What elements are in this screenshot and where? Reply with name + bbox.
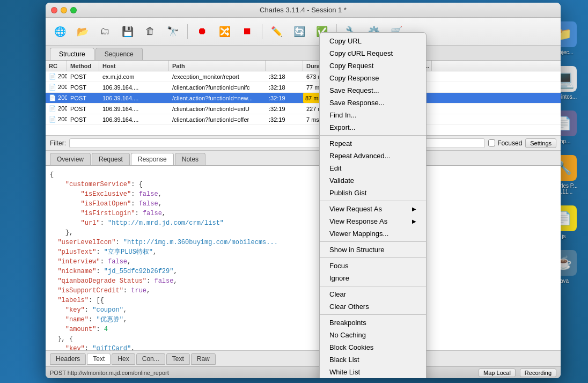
cell-path: /exception_monitor/report <box>169 71 266 82</box>
cell-host: 106.39.164.... <box>99 104 169 114</box>
menu-copy-url[interactable]: Copy URL <box>320 35 426 47</box>
toolbar: 🌐 📂 🗂 💾 🗑 🔭 ⏺ 🔀 ⏹ ✏️ 🔄 ✅ 🔧 ⚙️ 🛒 <box>46 18 561 46</box>
menu-black-list[interactable]: Black List <box>320 353 426 366</box>
menu-find-in[interactable]: Find In... <box>320 109 426 121</box>
detail-tabs: Overview Request Response Notes <box>46 151 561 166</box>
tab-structure[interactable]: Structure <box>50 48 94 60</box>
tab-notes[interactable]: Notes <box>175 153 205 165</box>
focused-label: Focused <box>497 139 522 147</box>
menu-view-response-as[interactable]: View Response As <box>320 215 426 227</box>
menu-copy-response[interactable]: Copy Response <box>320 72 426 84</box>
tab-sequence[interactable]: Sequence <box>95 48 143 60</box>
sessions-button[interactable]: 🗂 <box>95 21 115 42</box>
find-button[interactable]: 🔭 <box>163 21 183 42</box>
json-line: }, { <box>50 334 556 344</box>
menu-viewer-mappings[interactable]: Viewer Mappings... <box>320 227 426 240</box>
col-rc: RC <box>46 61 67 71</box>
tab-headers[interactable]: Headers <box>50 353 86 365</box>
menu-show-in-structure[interactable]: Show in Structure <box>320 244 426 256</box>
cell-host: ex.m.jd.com <box>99 71 169 82</box>
cell-path: /client.action?functionId=unifc <box>169 82 266 92</box>
cell-host: 106.39.164.... <box>99 82 169 92</box>
menu-save-request[interactable]: Save Request... <box>320 84 426 97</box>
cell-method: POST <box>67 71 99 82</box>
json-line: "isFloatOpen": false, <box>50 199 556 209</box>
tab-raw[interactable]: Raw <box>191 353 216 365</box>
table-row[interactable]: 📄 200 POST 106.39.164.... /client.action… <box>46 114 561 125</box>
menu-no-caching[interactable]: No Caching <box>320 329 426 341</box>
menu-edit[interactable]: Edit <box>320 162 426 174</box>
focused-checkbox[interactable] <box>488 139 495 146</box>
menu-ignore[interactable]: Ignore <box>320 272 426 284</box>
json-line: "interview": false, <box>50 257 556 267</box>
menu-white-list[interactable]: White List <box>320 366 426 378</box>
cell-path: /client.action?functionId=extU <box>169 104 266 114</box>
cell-start: :32:19 <box>266 104 303 114</box>
tab-response[interactable]: Response <box>131 153 174 165</box>
clear-button[interactable]: 🗑 <box>140 21 160 42</box>
json-line: "key": "giftCard", <box>50 344 556 350</box>
cell-start: :32:18 <box>266 71 303 82</box>
tab-text2[interactable]: Text <box>166 353 190 365</box>
json-line: "labels": [{ <box>50 296 556 305</box>
col-path: Path <box>169 61 266 71</box>
record-button[interactable]: ⏺ <box>192 21 212 42</box>
map-local-button[interactable]: Map Local <box>479 369 516 377</box>
menu-save-response[interactable]: Save Response... <box>320 97 426 109</box>
tab-overview[interactable]: Overview <box>50 153 91 165</box>
charles-window: Charles 3.11.4 - Session 1 * 🌐 📂 🗂 💾 🗑 🔭… <box>46 3 561 378</box>
recording-button[interactable]: Recording <box>520 369 556 377</box>
json-line: "userLevelIcon": "http://img.m.360buyimg… <box>50 238 556 247</box>
cell-start: :32:19 <box>266 114 303 124</box>
toolbar-sep-2 <box>262 24 262 39</box>
open-button[interactable]: 📂 <box>72 21 93 42</box>
table-row[interactable]: 📄 200 POST 106.39.164.... /client.action… <box>46 82 561 93</box>
menu-repeat[interactable]: Repeat <box>320 137 426 150</box>
menu-clear-others[interactable]: Clear Others <box>320 300 426 313</box>
save-button[interactable]: 💾 <box>117 21 138 42</box>
menu-sep-1 <box>320 135 426 136</box>
tab-text[interactable]: Text <box>87 353 111 365</box>
status-bar: POST http://wlmonitor.m.jd.com/online_re… <box>46 366 561 378</box>
json-line: "nickname": "jd_55dfc92b26f29", <box>50 267 556 276</box>
menu-publish-gist[interactable]: Publish Gist <box>320 187 426 199</box>
json-line: { <box>50 170 556 180</box>
throttle-button[interactable]: 🔀 <box>215 21 235 42</box>
json-line: "key": "coupon", <box>50 305 556 315</box>
maximize-button[interactable] <box>70 7 77 13</box>
json-line: "isSupportCredit": true, <box>50 286 556 296</box>
browse-button[interactable]: 🌐 <box>50 21 70 42</box>
table-row-selected[interactable]: 📄 200 POST 106.39.164.... /client.action… <box>46 93 561 104</box>
menu-validate[interactable]: Validate <box>320 174 426 187</box>
tab-hex[interactable]: Hex <box>112 353 135 365</box>
table-row[interactable]: 📄 200 POST ex.m.jd.com /exception_monito… <box>46 71 561 82</box>
menu-sep-3 <box>320 241 426 242</box>
menu-view-request-as[interactable]: View Request As <box>320 203 426 215</box>
pen-button[interactable]: ✏️ <box>267 21 287 42</box>
menu-sep-6 <box>320 314 426 315</box>
menu-export[interactable]: Export... <box>320 121 426 134</box>
cell-method: POST <box>67 93 99 103</box>
menu-copy-request[interactable]: Copy Request <box>320 60 426 72</box>
tab-context[interactable]: Con... <box>136 353 165 365</box>
close-button[interactable] <box>51 7 57 13</box>
table-header: RC Method Host Path Duration Size Status… <box>46 61 561 71</box>
settings-filter-button[interactable]: Settings <box>525 138 556 148</box>
table-row[interactable]: 📄 200 POST 106.39.164.... /client.action… <box>46 104 561 114</box>
tab-request[interactable]: Request <box>92 153 130 165</box>
cell-method: POST <box>67 114 99 124</box>
cell-rc: 📄 200 <box>46 104 67 114</box>
menu-repeat-advanced[interactable]: Repeat Advanced... <box>320 150 426 162</box>
stop-button[interactable]: ⏹ <box>237 21 258 42</box>
json-line: }, <box>50 228 556 238</box>
menu-block-cookies[interactable]: Block Cookies <box>320 341 426 353</box>
menu-copy-curl[interactable]: Copy cURL Request <box>320 47 426 60</box>
cell-rc: 📄 200 <box>46 114 67 124</box>
json-line: "amount": 4 <box>50 325 556 334</box>
menu-clear[interactable]: Clear <box>320 288 426 300</box>
title-bar: Charles 3.11.4 - Session 1 * <box>46 3 561 18</box>
minimize-button[interactable] <box>61 7 67 13</box>
menu-focus[interactable]: Focus <box>320 260 426 272</box>
menu-breakpoints[interactable]: Breakpoints <box>320 316 426 329</box>
refresh-button[interactable]: 🔄 <box>289 21 310 42</box>
